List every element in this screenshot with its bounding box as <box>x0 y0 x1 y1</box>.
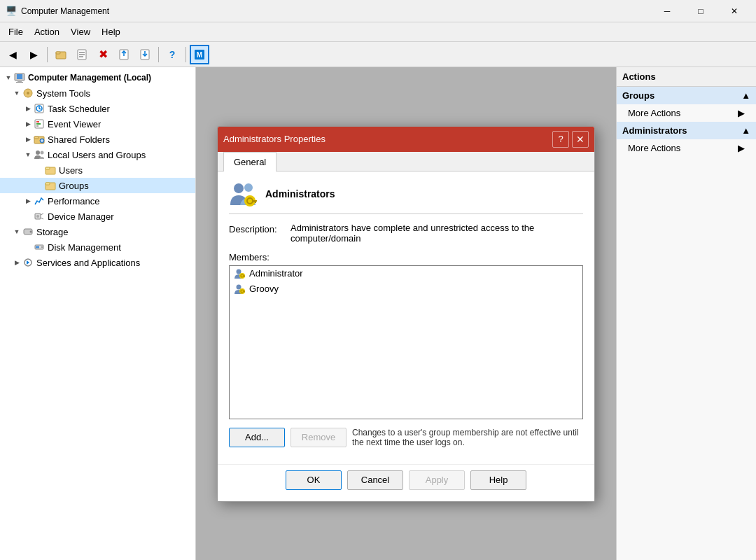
dialog-title-controls: ? ✕ <box>552 131 589 148</box>
tree-item-users[interactable]: Users <box>0 162 195 178</box>
member-groovy[interactable]: Groovy <box>230 281 582 297</box>
member-administrator[interactable]: Administrator <box>230 266 582 281</box>
maximize-button[interactable]: □ <box>685 0 717 22</box>
minimize-button[interactable]: ─ <box>651 0 683 22</box>
ok-button[interactable]: OK <box>286 470 342 490</box>
member-name-administrator: Administrator <box>249 268 303 279</box>
window-close-button[interactable]: ✕ <box>718 0 750 22</box>
expand-icon-shared-folders: ▶ <box>22 134 34 145</box>
member-icon-groovy <box>234 284 245 295</box>
export-button[interactable] <box>114 45 134 64</box>
properties-list-button[interactable] <box>72 45 92 64</box>
actions-administrators-more-actions[interactable]: More Actions ▶ <box>617 139 756 157</box>
main-layout: ▼ Computer Management (Local) ▼ System T… <box>0 67 756 560</box>
svg-text:M: M <box>197 51 202 59</box>
title-bar: 🖥️ Computer Management ─ □ ✕ <box>0 0 756 22</box>
cancel-button[interactable]: Cancel <box>347 470 403 490</box>
add-remove-row: Add... Remove Changes to a user's group … <box>229 428 583 447</box>
tree-item-local-users[interactable]: ▼ Local Users and Groups <box>0 147 195 162</box>
tree-item-device-manager[interactable]: Device Manager <box>0 209 195 224</box>
menu-action[interactable]: Action <box>29 24 65 40</box>
folder-button[interactable] <box>51 45 71 64</box>
tree-label-disk-management: Disk Management <box>48 242 121 253</box>
tree-label-services-apps: Services and Applications <box>36 258 140 268</box>
group-icon-large <box>229 180 257 208</box>
menu-view[interactable]: View <box>65 24 96 40</box>
tab-general[interactable]: General <box>223 152 276 172</box>
remove-button[interactable]: Remove <box>290 428 346 447</box>
actions-groups-more-actions[interactable]: More Actions ▶ <box>617 104 756 122</box>
expand-icon-disk-management <box>22 241 34 253</box>
menu-file[interactable]: File <box>3 24 29 40</box>
dialog-title: Administrators Properties <box>223 134 552 144</box>
members-listbox[interactable]: Administrator <box>229 265 583 419</box>
group-name: Administrators <box>265 188 335 200</box>
administrators-dialog: Administrators Properties ? ✕ General <box>217 126 595 502</box>
actions-section-groups[interactable]: Groups ▲ <box>617 87 756 104</box>
svg-point-48 <box>244 183 253 192</box>
tree-item-computer-mgmt[interactable]: ▼ Computer Management (Local) <box>0 70 195 85</box>
tree-label-task-scheduler: Task Scheduler <box>48 104 110 114</box>
shared-folders-icon <box>34 134 45 145</box>
apply-button[interactable]: Apply <box>409 470 465 490</box>
svg-point-47 <box>234 183 244 193</box>
delete-button[interactable]: ✖ <box>93 45 113 64</box>
tree-item-disk-management[interactable]: Disk Management <box>0 239 195 255</box>
dialog-titlebar: Administrators Properties ? ✕ <box>218 127 594 152</box>
add-button[interactable]: Add... <box>229 428 285 447</box>
tree-item-event-viewer[interactable]: ▶ Event Viewer <box>0 116 195 132</box>
toolbar-separator-1 <box>47 47 48 62</box>
actions-section-administrators[interactable]: Administrators ▲ <box>617 122 756 139</box>
storage-icon <box>22 226 34 237</box>
import-button[interactable] <box>135 45 155 64</box>
actions-administrators-more-actions-label: More Actions <box>628 143 680 153</box>
dialog-close-button[interactable]: ✕ <box>572 131 589 148</box>
tree-label-groups: Groups <box>59 181 89 191</box>
dialog-help-button[interactable]: ? <box>552 131 569 148</box>
svg-rect-15 <box>16 82 23 83</box>
disk-management-icon <box>34 241 45 253</box>
groups-folder-icon <box>45 180 56 191</box>
tree-label-computer-mgmt: Computer Management (Local) <box>28 73 151 83</box>
title-bar-controls: ─ □ ✕ <box>651 0 750 22</box>
tree-item-task-scheduler[interactable]: ▶ Task Scheduler <box>0 101 195 116</box>
expand-icon-users <box>34 164 45 176</box>
menu-bar: File Action View Help <box>0 22 756 42</box>
tree-label-system-tools: System Tools <box>36 88 90 99</box>
tree-item-system-tools[interactable]: ▼ System Tools <box>0 85 195 101</box>
actions-section-groups-label: Groups <box>622 90 654 101</box>
svg-rect-27 <box>34 136 38 139</box>
membership-note: Changes to a user's group membership are… <box>352 428 583 447</box>
tree-panel: ▼ Computer Management (Local) ▼ System T… <box>0 67 196 560</box>
help-toolbar-button[interactable]: ? <box>162 45 182 64</box>
tree-item-groups[interactable]: Groups <box>0 178 195 193</box>
forward-button[interactable]: ▶ <box>24 45 43 64</box>
svg-rect-34 <box>46 167 50 169</box>
system-tools-icon <box>22 88 34 99</box>
menu-help[interactable]: Help <box>96 24 126 40</box>
help-dialog-button[interactable]: Help <box>470 470 526 490</box>
toolbar: ◀ ▶ ✖ ? M <box>0 42 756 67</box>
svg-rect-13 <box>17 74 22 79</box>
actions-groups-more-actions-label: More Actions <box>628 108 680 118</box>
description-row: Description: Administrators have complet… <box>229 223 583 244</box>
tree-item-shared-folders[interactable]: ▶ Shared Folders <box>0 132 195 147</box>
back-button[interactable]: ◀ <box>3 45 22 64</box>
tree-label-shared-folders: Shared Folders <box>48 134 110 145</box>
event-viewer-icon <box>34 118 45 130</box>
local-users-icon <box>34 149 45 160</box>
svg-point-31 <box>36 150 40 155</box>
tree-item-storage[interactable]: ▼ Storage <box>0 224 195 239</box>
dialog-footer: OK Cancel Apply Help <box>218 464 594 501</box>
mmc-console-button[interactable]: M <box>190 45 209 64</box>
svg-point-17 <box>27 92 29 94</box>
app-title: Computer Management <box>21 6 651 16</box>
svg-point-42 <box>30 231 32 233</box>
expand-icon-event-viewer: ▶ <box>22 118 34 130</box>
expand-icon-local-users: ▼ <box>22 149 34 160</box>
task-scheduler-icon <box>34 103 45 114</box>
tree-item-performance[interactable]: ▶ Performance <box>0 193 195 209</box>
svg-rect-1 <box>56 52 60 54</box>
tree-item-services-apps[interactable]: ▶ Services and Applications <box>0 255 195 270</box>
actions-groups-more-actions-arrow: ▶ <box>738 108 745 118</box>
